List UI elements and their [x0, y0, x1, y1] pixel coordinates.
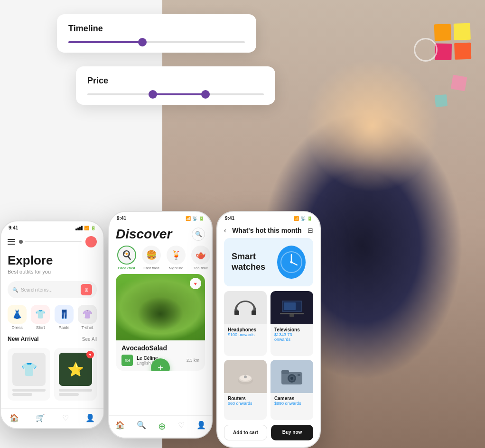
- back-button[interactable]: ‹: [224, 227, 226, 234]
- breakfast-label: Breakfast: [118, 266, 135, 270]
- food-name: AvocadoSalad: [116, 340, 205, 352]
- nav-home-1[interactable]: 🏠: [9, 413, 19, 422]
- fastfood-label: Fast food: [143, 266, 159, 270]
- buy-now-button[interactable]: Buy now: [271, 425, 313, 440]
- filter-button-1[interactable]: ⊞: [81, 284, 92, 295]
- new-arrival-title: New Arrival: [8, 336, 39, 342]
- explore-subtitle: Best outfits for you: [1, 268, 103, 278]
- time-3: 9:41: [225, 216, 234, 221]
- product-headphones[interactable]: Headphones $100 onwards: [224, 291, 267, 356]
- product-name-line-1: [12, 389, 46, 392]
- phone-explore: 9:41 📶 🔋 Explore Be: [0, 220, 104, 429]
- nav-person-2[interactable]: 👤: [196, 421, 206, 432]
- price-slider-right-thumb[interactable]: [201, 90, 210, 99]
- nav-heart-1[interactable]: ♡: [62, 413, 69, 422]
- headphones-name: Headphones: [228, 327, 263, 332]
- phone-whats-hot: 9:41 📶 📡 🔋 ‹ What's hot this month ⊟ Sma…: [216, 211, 321, 448]
- tv-image: [270, 291, 313, 324]
- smart-watches-label: Smart watches: [232, 252, 265, 272]
- routers-name: Routers: [228, 396, 263, 401]
- nav-add-2[interactable]: ⊕: [158, 421, 166, 432]
- add-to-cart-button[interactable]: Add to cart: [224, 425, 267, 440]
- category-dress[interactable]: 👗 Dress: [8, 305, 27, 330]
- camera-image: [270, 360, 313, 393]
- nav-cart-1[interactable]: 🛒: [36, 413, 45, 422]
- filter-icon[interactable]: ⊟: [308, 227, 313, 234]
- category-shirt[interactable]: 👕 Shirt: [31, 305, 50, 330]
- user-avatar-1[interactable]: [85, 236, 97, 247]
- restaurant-icon: 🍽: [121, 355, 133, 366]
- location-dot: [19, 240, 23, 244]
- product-cameras[interactable]: Cameras $890 onwards: [270, 360, 313, 420]
- product-card-2[interactable]: ⭐ ♥: [54, 348, 97, 401]
- time-1: 9:41: [9, 225, 18, 230]
- price-slider-fill: [153, 93, 206, 95]
- svg-rect-10: [289, 314, 294, 317]
- nav-person-1[interactable]: 👤: [85, 413, 95, 422]
- svg-rect-18: [281, 370, 289, 374]
- svg-rect-12: [284, 302, 296, 310]
- price-slider-left-thumb[interactable]: [149, 90, 157, 99]
- food-cat-nightlife[interactable]: 🍹 Night life: [165, 246, 187, 270]
- status-bar-1: 9:41 📶 🔋: [1, 221, 103, 232]
- status-icons-1: 📶 🔋: [75, 226, 96, 230]
- food-image: ♥: [116, 274, 205, 340]
- cameras-price: $890 onwards: [274, 401, 309, 406]
- nightlife-icon: 🍹: [167, 246, 186, 265]
- televisions-info: Televisions $1343.73 onwards: [270, 324, 313, 345]
- nav-heart-2[interactable]: ♡: [178, 421, 185, 432]
- status-icons-2: 📶 📡 🔋: [186, 216, 204, 221]
- svg-rect-5: [234, 311, 239, 315]
- timeline-slider-fill: [68, 41, 142, 43]
- product-card-1[interactable]: 👕: [8, 348, 50, 401]
- product-image-1: 👕: [12, 353, 46, 386]
- product-televisions[interactable]: Televisions $1343.73 onwards: [270, 291, 313, 356]
- food-cat-breakfast[interactable]: 🍳 Breakfast: [116, 246, 138, 270]
- food-cat-teatime[interactable]: 🫖 Tea time: [190, 246, 212, 270]
- shirt-icon-box: 👕: [31, 305, 50, 324]
- heart-icon-food[interactable]: ♥: [190, 278, 201, 289]
- food-categories: 🍳 Breakfast 🍔 Fast food 🍹 Night life 🫖 T…: [109, 246, 212, 274]
- routers-price: $60 onwards: [228, 401, 263, 406]
- price-card: Price: [76, 66, 275, 105]
- product-name-line-2: [59, 389, 92, 392]
- product-grid: Headphones $100 onwards: [217, 291, 320, 420]
- televisions-price: $1343.73 onwards: [274, 332, 309, 342]
- televisions-name: Televisions: [274, 327, 309, 332]
- nav-search-2[interactable]: 🔍: [137, 421, 146, 432]
- timeline-slider-thumb[interactable]: [138, 38, 147, 46]
- product-price-line-2: [59, 393, 79, 396]
- location-line: [25, 241, 82, 242]
- discover-search-icon[interactable]: 🔍: [192, 228, 205, 241]
- product-price-line-1: [12, 393, 32, 396]
- pants-icon-box: 👖: [55, 305, 74, 324]
- timeline-slider-track[interactable]: [68, 41, 245, 43]
- headphones-price: $100 onwards: [228, 332, 263, 337]
- timeline-title: Timeline: [68, 24, 245, 34]
- dress-label: Dress: [11, 325, 23, 330]
- teatime-icon: 🫖: [191, 246, 210, 265]
- see-all-link[interactable]: See All: [82, 337, 97, 342]
- product-routers[interactable]: Routers $60 onwards: [224, 360, 267, 420]
- hamburger-menu[interactable]: [8, 239, 15, 245]
- product-row-1: 👕 ⭐ ♥: [1, 344, 103, 404]
- cameras-name: Cameras: [274, 396, 309, 401]
- headphones-info: Headphones $100 onwards: [224, 324, 267, 340]
- price-slider-track[interactable]: [87, 93, 264, 95]
- breakfast-icon: 🍳: [117, 246, 136, 265]
- smart-watches-banner: Smart watches: [224, 238, 313, 286]
- category-pants[interactable]: 👖 Pants: [55, 305, 74, 330]
- nav-home-2[interactable]: 🏠: [115, 421, 125, 432]
- watch-svg: [277, 248, 306, 276]
- search-bar-1[interactable]: 🔍 Search items... ⊞: [8, 281, 97, 298]
- status-icons-3: 📶 📡 🔋: [294, 216, 312, 221]
- food-cat-fastfood[interactable]: 🍔 Fast food: [140, 246, 162, 270]
- nightlife-label: Night life: [168, 266, 183, 270]
- banner-text: Smart watches: [232, 252, 277, 272]
- status-bar-2: 9:41 📶 📡 🔋: [109, 212, 212, 223]
- svg-rect-9: [280, 313, 304, 314]
- dress-icon-box: 👗: [8, 305, 27, 324]
- bottom-nav-1: 🏠 🛒 ♡ 👤: [1, 408, 103, 428]
- category-tshirt[interactable]: 👚 T-shirt: [78, 305, 97, 330]
- bottom-nav-2: 🏠 🔍 ⊕ ♡ 👤: [109, 415, 212, 438]
